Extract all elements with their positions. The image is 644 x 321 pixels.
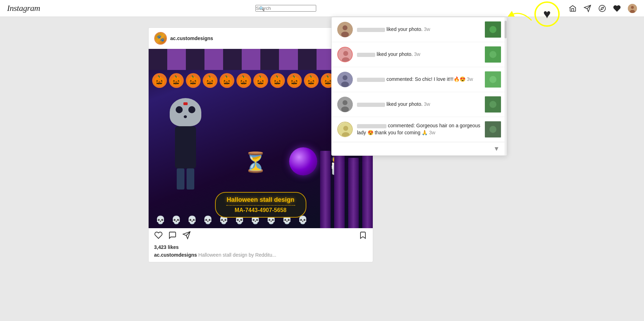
- notif-time: 3w: [424, 26, 430, 32]
- notification-item[interactable]: liked your photo. 3w: [332, 92, 507, 117]
- skull-icon: 💀: [187, 216, 197, 225]
- like-button[interactable]: [154, 231, 163, 242]
- svg-point-10: [343, 51, 348, 56]
- notif-action: liked your photo.: [386, 26, 424, 32]
- pillar: [334, 144, 345, 228]
- awning-stripe: [186, 49, 204, 70]
- skull-nose: [184, 115, 187, 118]
- notif-user-avatar: [337, 47, 353, 62]
- svg-point-6: [341, 32, 349, 37]
- skull-legs: [177, 168, 194, 190]
- skull-character: [170, 98, 201, 190]
- skull-body: [175, 126, 196, 168]
- instagram-logo[interactable]: Instagram: [7, 4, 40, 13]
- main-content: 🐾 ac.customdesigns: [0, 17, 644, 273]
- notif-action: liked your photo.: [377, 51, 414, 57]
- svg-point-2: [631, 6, 634, 9]
- pumpkin: [304, 73, 319, 88]
- awning-stripe: [242, 49, 260, 70]
- pumpkin: [270, 73, 285, 88]
- scroll-bar[interactable]: [505, 17, 507, 155]
- send-icon[interactable]: [584, 5, 591, 12]
- awning-stripe: [167, 49, 186, 70]
- post-actions: [149, 228, 373, 244]
- notif-text: liked your photo. 3w: [357, 51, 481, 58]
- awning-stripe: [279, 49, 298, 70]
- share-button[interactable]: [182, 231, 191, 242]
- heart-highlight-circle: ♥: [534, 1, 560, 27]
- save-button[interactable]: [359, 231, 367, 242]
- heart-highlight-icon: ♥: [543, 7, 551, 21]
- home-icon[interactable]: [569, 5, 577, 12]
- caption-username[interactable]: ac.customdesigns: [154, 252, 197, 258]
- pumpkin: [253, 73, 268, 88]
- notif-text: liked your photo. 3w: [357, 101, 481, 108]
- notif-time: 3w: [429, 130, 435, 135]
- notif-text: commented: Gorgeous hair on a gorgeous l…: [357, 122, 481, 136]
- svg-point-16: [341, 82, 349, 87]
- svg-point-28: [489, 126, 496, 133]
- notif-user-avatar: [337, 22, 353, 37]
- awning-stripe: [223, 49, 242, 70]
- notif-username: [357, 103, 385, 107]
- skull-icon: 💀: [203, 216, 213, 225]
- awning-stripe: [204, 49, 223, 70]
- notification-item[interactable]: commented: So chic! I love it!!!🔥😍 3w: [332, 67, 507, 92]
- awning-stripe: [149, 49, 167, 70]
- notif-action: liked your photo.: [386, 101, 424, 107]
- post-user-avatar[interactable]: 🐾: [154, 32, 167, 45]
- notif-thumbnail: [485, 71, 501, 88]
- leg-left: [177, 168, 184, 190]
- pumpkin: [186, 73, 201, 88]
- skull-eyes: [176, 106, 195, 113]
- post-likes: 3,423 likes: [149, 244, 373, 251]
- notification-item[interactable]: liked your photo. 3w: [332, 42, 507, 67]
- post-label-divider: [226, 205, 295, 206]
- pumpkin: [220, 73, 234, 88]
- svg-point-8: [489, 26, 496, 33]
- pumpkin: [203, 73, 217, 88]
- post-caption: ac.customdesigns Halloween stall design …: [149, 251, 373, 262]
- svg-point-23: [489, 101, 496, 108]
- notif-thumbnail: [485, 21, 501, 38]
- post-label-title: Halloween stall design: [226, 196, 295, 204]
- hourglass: ⏳: [243, 151, 268, 174]
- notif-show-more[interactable]: ▼: [332, 142, 507, 155]
- search-icon: 🔍: [259, 6, 265, 11]
- leg-right: [187, 168, 194, 190]
- explore-icon[interactable]: [598, 5, 606, 12]
- notification-item[interactable]: liked your photo. 3w: [332, 17, 507, 42]
- svg-point-21: [341, 107, 349, 112]
- skull-eye: [176, 106, 183, 113]
- skull-eye: [188, 106, 195, 113]
- skull-head: [170, 98, 201, 126]
- notif-user-avatar: [337, 97, 353, 112]
- notif-time: 3w: [467, 76, 473, 82]
- post-label-code: MA-7443-4907-5658: [226, 207, 295, 213]
- svg-point-13: [489, 51, 496, 58]
- skull-mark: [183, 102, 188, 105]
- notification-item[interactable]: commented: Gorgeous hair on a gorgeous l…: [332, 117, 507, 142]
- awning-stripe: [260, 49, 279, 70]
- notif-text: liked your photo. 3w: [357, 26, 481, 33]
- skull-icon: 💀: [156, 216, 165, 225]
- pumpkin: [169, 73, 184, 88]
- notif-username: [357, 28, 385, 32]
- notif-username: [357, 78, 385, 82]
- notif-time: 3w: [414, 51, 421, 57]
- post-label: Halloween stall design MA-7443-4907-5658: [215, 192, 306, 218]
- notif-thumbnail: [485, 96, 501, 113]
- user-avatar[interactable]: [628, 4, 637, 13]
- notif-text: commented: So chic! I love it!!!🔥😍 3w: [357, 76, 481, 83]
- search-bar[interactable]: 🔍: [255, 5, 354, 12]
- svg-point-18: [489, 76, 496, 83]
- svg-point-0: [599, 5, 605, 11]
- svg-point-15: [343, 75, 347, 80]
- heart-nav-icon[interactable]: [613, 5, 621, 12]
- notifications-dropdown: liked your photo. 3w liked your photo. 3…: [331, 17, 507, 156]
- chevron-down-icon: ▼: [493, 145, 500, 153]
- post-username[interactable]: ac.customdesigns: [170, 36, 213, 41]
- notif-user-avatar: [337, 72, 353, 87]
- comment-button[interactable]: [168, 231, 177, 242]
- notif-user-avatar: [337, 122, 353, 137]
